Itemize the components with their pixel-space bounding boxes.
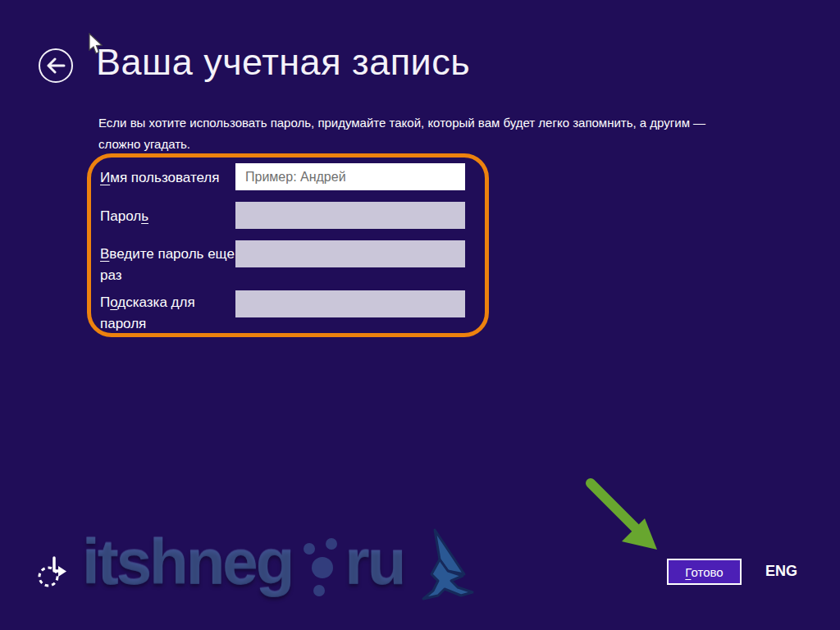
ease-of-access-icon[interactable]	[35, 555, 70, 591]
page-title: Ваша учетная запись	[96, 41, 470, 84]
reenter-password-input[interactable]	[235, 240, 465, 267]
reenter-password-label: Введите пароль еще раз	[100, 244, 235, 286]
watermark: itshneg ru	[82, 525, 479, 607]
username-label: Имя пользователя	[100, 167, 235, 189]
watermark-suffix: ru	[345, 525, 404, 599]
username-input[interactable]	[235, 163, 465, 190]
watermark-text: itshneg	[82, 525, 292, 599]
password-input[interactable]	[235, 202, 465, 229]
back-button[interactable]	[39, 48, 73, 83]
annotation-green-arrow-icon	[577, 473, 663, 559]
setup-screen: Ваша учетная запись Если вы хотите испол…	[0, 0, 840, 630]
page-description: Если вы хотите использовать пароль, прид…	[98, 112, 705, 155]
password-hint-input[interactable]	[235, 290, 465, 317]
done-button[interactable]: Готово	[667, 559, 742, 585]
description-line-2: сложно угадать.	[98, 134, 705, 155]
password-hint-label: Подсказка для пароля	[100, 292, 235, 335]
back-arrow-icon	[46, 57, 66, 74]
language-indicator[interactable]: ENG	[765, 563, 797, 580]
watermark-dots-icon	[299, 536, 341, 604]
password-label: Пароль	[100, 206, 235, 227]
description-line-1: Если вы хотите использовать пароль, прид…	[98, 112, 705, 134]
watermark-running-man-icon	[415, 527, 479, 605]
